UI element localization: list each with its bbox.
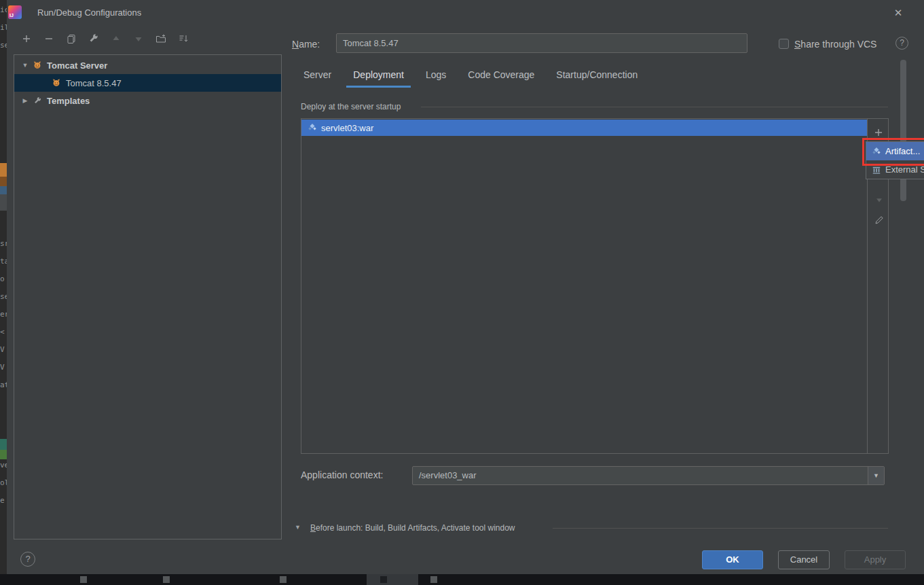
copy-configuration-button[interactable] — [65, 33, 77, 45]
configuration-tabs: Server Deployment Logs Code Coverage Sta… — [293, 63, 648, 88]
arrow-down-icon — [874, 195, 884, 205]
application-context-value: /servlet03_war — [419, 467, 477, 484]
taskbar-active-item — [367, 574, 418, 585]
share-help-icon[interactable]: ? — [895, 37, 908, 50]
taskbar-icon — [380, 576, 387, 583]
name-mnemonic: N — [292, 39, 299, 50]
new-folder-button[interactable] — [155, 33, 167, 45]
tree-item-templates[interactable]: ▶ Templates — [14, 92, 281, 109]
combobox-dropdown-button[interactable]: ▼ — [868, 467, 884, 484]
editor-bleed-block — [0, 177, 7, 186]
tree-item-tomcat-server[interactable]: ▼ Tomcat Server — [14, 56, 281, 74]
artifact-list-item-label: servlet03:war — [321, 123, 373, 133]
editor-bleed-block — [0, 439, 7, 450]
red-annotation-rectangle — [862, 138, 924, 166]
configurations-tree: ▼ Tomcat Server Tomcat 8.5.47 ▶ Template… — [14, 54, 282, 539]
chevron-down-icon: ▼ — [873, 472, 879, 479]
chevron-down-icon[interactable]: ▼ — [20, 62, 31, 69]
screen: ic il se sr ta o se er < V V at z ve ol … — [0, 0, 924, 585]
edit-templates-button[interactable] — [88, 33, 100, 45]
section-divider — [421, 107, 888, 107]
taskbar-icon — [80, 576, 87, 583]
tab-logs[interactable]: Logs — [415, 63, 457, 88]
name-label-rest: ame: — [299, 39, 320, 50]
tab-server[interactable]: Server — [293, 63, 342, 88]
name-label: Name: — [292, 39, 320, 50]
copy-icon — [66, 33, 77, 44]
arrow-down-icon — [133, 33, 144, 44]
ok-button[interactable]: OK — [702, 550, 763, 569]
dialog-title: Run/Debug Configurations — [37, 7, 141, 18]
share-through-vcs-label: Share through VCS — [794, 39, 876, 50]
tomcat-icon — [51, 77, 62, 88]
vertical-scrollbar-thumb[interactable] — [900, 60, 906, 201]
help-button[interactable]: ? — [20, 552, 35, 567]
cancel-button[interactable]: Cancel — [778, 550, 830, 569]
arrow-up-icon — [111, 33, 122, 44]
before-launch-label: Before launch: Build, Build Artifacts, A… — [310, 523, 515, 533]
tree-item-label: Templates — [47, 96, 90, 106]
artifact-icon — [307, 122, 318, 133]
remove-configuration-button[interactable] — [43, 33, 55, 45]
editor-bleed-block — [0, 450, 7, 459]
plus-icon — [873, 127, 884, 138]
editor-bleed-block — [0, 186, 7, 194]
tab-startup-connection[interactable]: Startup/Connection — [545, 63, 648, 88]
wrench-icon — [88, 33, 99, 44]
minus-icon — [43, 33, 54, 44]
apply-button[interactable]: Apply — [845, 550, 906, 569]
tab-code-coverage[interactable]: Code Coverage — [457, 63, 545, 88]
new-folder-icon — [155, 33, 166, 44]
configurations-toolbar — [20, 33, 189, 45]
share-mnemonic: S — [794, 39, 800, 50]
deploy-section-title: Deploy at the server startup — [301, 102, 401, 111]
before-launch-rest: efore launch: Build, Build Artifacts, Ac… — [316, 523, 515, 533]
wrench-icon — [32, 95, 43, 106]
artifact-list-item[interactable]: servlet03:war — [301, 120, 867, 136]
move-up-button[interactable] — [110, 33, 122, 45]
add-artifact-button[interactable] — [872, 126, 885, 139]
application-context-combobox[interactable]: /servlet03_war ▼ — [412, 466, 885, 485]
popup-item-label: External Source... — [885, 164, 924, 175]
close-icon[interactable]: ✕ — [889, 4, 907, 22]
editor-bleed-block — [0, 163, 7, 177]
taskbar-icon — [430, 576, 437, 583]
sort-icon — [178, 33, 189, 44]
plus-icon — [21, 33, 32, 44]
application-context-label: Application context: — [301, 469, 383, 480]
before-launch-collapse-icon[interactable]: ▼ — [295, 524, 301, 531]
share-through-vcs-checkbox[interactable] — [779, 39, 789, 49]
edit-artifact-button[interactable] — [873, 214, 885, 226]
intellij-logo-icon: IJ — [8, 5, 22, 19]
tree-item-label: Tomcat 8.5.47 — [66, 78, 122, 88]
tab-deployment[interactable]: Deployment — [342, 63, 415, 88]
tree-item-label: Tomcat Server — [47, 60, 107, 71]
deployment-artifact-list[interactable] — [301, 118, 889, 454]
tomcat-icon — [32, 60, 43, 71]
pencil-icon — [874, 215, 885, 226]
taskbar-icon — [163, 576, 170, 583]
active-tab-underline — [346, 86, 411, 88]
tab-label: Deployment — [353, 69, 404, 80]
before-launch-mnemonic: B — [310, 523, 316, 533]
taskbar-strip — [0, 574, 924, 585]
before-launch-divider — [553, 528, 888, 529]
editor-bleed-block — [0, 194, 7, 211]
tree-item-tomcat-8547[interactable]: Tomcat 8.5.47 — [14, 74, 281, 92]
add-configuration-button[interactable] — [20, 33, 33, 45]
move-down-button[interactable] — [132, 33, 145, 45]
sort-configurations-button[interactable] — [177, 33, 189, 45]
name-input[interactable]: Tomcat 8.5.47 — [336, 33, 747, 53]
chevron-right-icon[interactable]: ▶ — [20, 97, 31, 104]
move-artifact-down-button[interactable] — [873, 194, 885, 206]
share-label-rest: hare through VCS — [800, 39, 876, 50]
taskbar-icon — [280, 576, 287, 583]
